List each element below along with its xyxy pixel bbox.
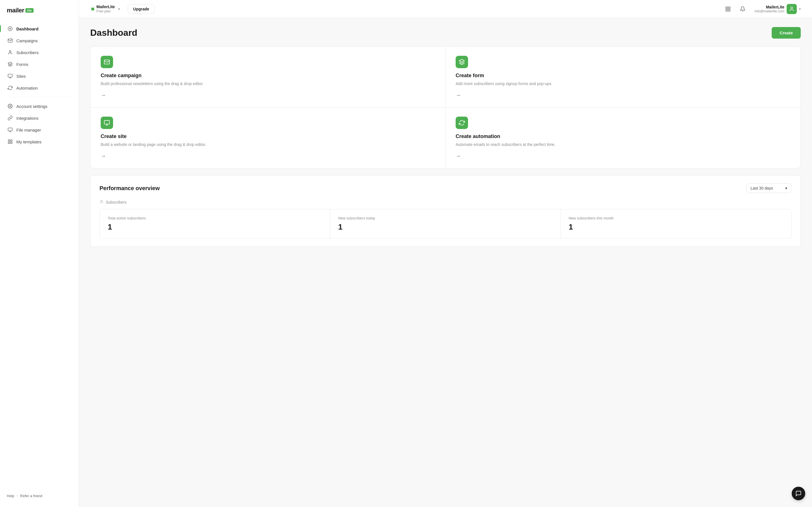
subscribers-section-label: Subscribers <box>100 200 792 205</box>
stat-total-active: Total active subscribers 1 <box>100 209 330 238</box>
sidebar-item-integrations[interactable]: Integrations <box>3 112 75 124</box>
sidebar-item-automation[interactable]: Automation <box>3 82 75 94</box>
plan-selector[interactable]: MailerLite Free plan ▾ <box>88 3 123 15</box>
quick-action-create-site[interactable]: Create site Build a website or landing p… <box>91 108 446 168</box>
create-campaign-arrow: → <box>101 93 435 98</box>
forms-icon <box>7 61 13 67</box>
quick-action-create-form[interactable]: Create form Add more subscribers using s… <box>446 47 801 108</box>
stats-grid: Total active subscribers 1 New subscribe… <box>100 209 792 238</box>
sidebar-item-my-templates[interactable]: My templates <box>3 136 75 147</box>
stat-total-active-value: 1 <box>108 223 322 231</box>
sidebar-item-dashboard-label: Dashboard <box>16 26 38 31</box>
user-menu[interactable]: MailerLite info@mailerlite.com ▾ <box>752 3 803 15</box>
stat-new-month-value: 1 <box>569 223 783 231</box>
integrations-icon <box>7 115 13 121</box>
chat-button[interactable] <box>792 487 805 500</box>
logo-text: mailer <box>7 7 24 14</box>
svg-rect-16 <box>728 7 730 8</box>
quick-action-create-campaign[interactable]: Create campaign Build professional newsl… <box>91 47 446 108</box>
period-label: Last 30 days <box>751 186 773 190</box>
create-automation-desc: Automate emails to reach subscribers at … <box>456 142 790 148</box>
logo-badge: lite <box>26 8 34 13</box>
subscribers-icon <box>7 50 13 55</box>
notifications-button[interactable] <box>738 4 748 14</box>
upgrade-button[interactable]: Upgrade <box>128 4 154 14</box>
svg-rect-4 <box>8 74 12 77</box>
svg-rect-12 <box>11 140 12 141</box>
svg-rect-13 <box>11 142 12 144</box>
create-button[interactable]: Create <box>772 27 801 39</box>
svg-rect-15 <box>726 7 728 8</box>
period-select[interactable]: Last 30 days ▾ <box>746 183 792 193</box>
create-form-title: Create form <box>456 73 790 78</box>
subscribers-label-icon <box>100 200 103 205</box>
sidebar-item-sites-label: Sites <box>16 74 26 78</box>
sidebar-item-dashboard[interactable]: Dashboard <box>3 23 75 34</box>
performance-section: Performance overview Last 30 days ▾ Subs… <box>90 175 801 247</box>
sidebar: mailer lite Dashboard Campaigns Subscrib… <box>0 0 79 507</box>
nav-divider <box>7 97 71 97</box>
create-site-arrow: → <box>101 153 435 159</box>
plan-info: MailerLite Free plan <box>96 4 115 14</box>
sites-icon <box>7 73 13 79</box>
dashboard-icon <box>7 26 13 32</box>
topbar-right: MailerLite info@mailerlite.com ▾ <box>723 3 803 15</box>
sidebar-item-my-templates-label: My templates <box>16 139 42 144</box>
stat-new-month-label: New subscribers this month <box>569 216 783 220</box>
user-chevron-icon: ▾ <box>799 7 801 11</box>
plan-name: MailerLite <box>96 4 115 9</box>
create-form-arrow: → <box>456 93 790 98</box>
topbar-left: MailerLite Free plan ▾ Upgrade <box>88 3 154 15</box>
period-chevron-icon: ▾ <box>785 186 787 190</box>
plan-type: Free plan <box>96 9 115 14</box>
sidebar-item-forms-label: Forms <box>16 62 29 67</box>
svg-point-0 <box>8 27 12 31</box>
quick-actions-grid: Create campaign Build professional newsl… <box>90 47 801 168</box>
svg-rect-14 <box>8 142 10 144</box>
svg-rect-17 <box>728 9 730 11</box>
help-link[interactable]: Help <box>7 494 14 498</box>
page-title: Dashboard <box>90 27 137 38</box>
sidebar-item-forms[interactable]: Forms <box>3 59 75 70</box>
svg-point-1 <box>10 28 11 30</box>
create-form-desc: Add more subscribers using signup forms … <box>456 81 790 87</box>
create-automation-arrow: → <box>456 153 790 159</box>
sidebar-footer: Help • Refer a friend <box>0 489 79 503</box>
svg-point-7 <box>10 106 11 107</box>
performance-title: Performance overview <box>100 185 160 191</box>
sidebar-item-account-settings[interactable]: Account settings <box>3 101 75 112</box>
sidebar-item-automation-label: Automation <box>16 86 38 91</box>
stat-new-month: New subscribers this month 1 <box>561 209 791 238</box>
stat-new-today-label: New subscribers today <box>338 216 552 220</box>
logo: mailer lite <box>7 7 72 14</box>
main: MailerLite Free plan ▾ Upgrade MailerLit… <box>79 0 812 507</box>
sidebar-item-file-manager[interactable]: File manager <box>3 124 75 135</box>
stat-total-active-label: Total active subscribers <box>108 216 322 220</box>
account-settings-icon <box>7 103 13 109</box>
sidebar-item-subscribers[interactable]: Subscribers <box>3 47 75 58</box>
create-automation-icon <box>456 117 468 129</box>
my-templates-icon <box>7 139 13 145</box>
sidebar-item-sites[interactable]: Sites <box>3 70 75 82</box>
svg-rect-18 <box>726 9 728 11</box>
svg-rect-21 <box>104 121 109 124</box>
nav-section: Dashboard Campaigns Subscribers Forms Si… <box>0 23 79 489</box>
create-site-title: Create site <box>101 133 435 139</box>
user-info: MailerLite info@mailerlite.com <box>755 5 784 13</box>
automation-icon <box>7 85 13 91</box>
page-header: Dashboard Create <box>90 27 801 39</box>
stat-new-today-value: 1 <box>338 223 552 231</box>
apps-grid-button[interactable] <box>723 4 733 14</box>
create-campaign-desc: Build professional newsletters using the… <box>101 81 435 87</box>
create-automation-title: Create automation <box>456 133 790 139</box>
topbar: MailerLite Free plan ▾ Upgrade MailerLit… <box>79 0 812 18</box>
svg-point-19 <box>791 7 793 9</box>
quick-action-create-automation[interactable]: Create automation Automate emails to rea… <box>446 108 801 168</box>
sidebar-item-campaigns[interactable]: Campaigns <box>3 35 75 46</box>
create-form-icon <box>456 56 468 68</box>
performance-header: Performance overview Last 30 days ▾ <box>100 183 792 193</box>
footer-separator: • <box>17 494 18 498</box>
campaigns-icon <box>7 38 13 43</box>
refer-link[interactable]: Refer a friend <box>20 494 42 498</box>
svg-rect-8 <box>8 128 12 131</box>
